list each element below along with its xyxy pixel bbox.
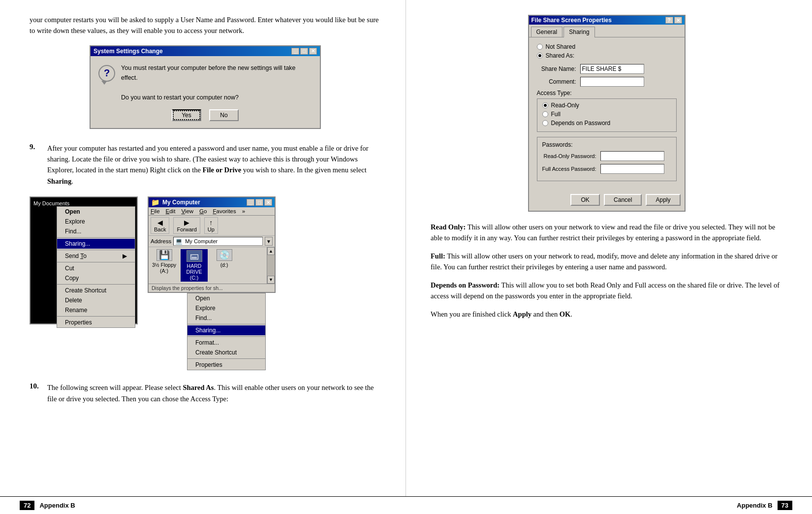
address-dropdown[interactable]: ▼ (265, 237, 273, 246)
floppy-drive[interactable]: 💾 3½ Floppy (A:) (151, 249, 178, 282)
full-bold: Full: (431, 252, 445, 260)
back-icon: ◀ (157, 219, 163, 226)
ctx-find[interactable]: Find... (57, 226, 135, 236)
read-only-label: Read-Only (551, 102, 579, 109)
fs-title: File Share Screen Properties (531, 17, 612, 24)
shared-as-label: Shared As: (546, 52, 575, 59)
full-access-password-input[interactable] (600, 164, 664, 174)
ctx-create-shortcut[interactable]: Create Shortcut (57, 286, 135, 295)
fs-titlebar-controls: ? ✕ (665, 17, 682, 24)
step10-text1: The following screen will appear. Please… (47, 384, 183, 391)
my-computer-window: 📁 My Computer _ □ ✕ File Edit View (148, 196, 276, 293)
full-radio[interactable] (542, 111, 548, 117)
dialog-icon-area: ? (98, 63, 115, 102)
rctx-open[interactable]: Open (187, 293, 265, 303)
mycomp-minimize[interactable]: _ (247, 199, 254, 206)
toolbar-back[interactable]: ◀ Back (151, 217, 169, 234)
share-type-group: Not Shared Shared As: (537, 43, 677, 59)
dialog-message: You must restart your computer before th… (121, 63, 312, 102)
ctx-explore[interactable]: Explore (57, 217, 135, 226)
mycomputer-title: My Computer (162, 199, 200, 206)
step9-body: After your computer has restarted and yo… (47, 143, 381, 187)
toolbar-forward[interactable]: ▶ Forward (173, 217, 200, 234)
address-value: My Computer (184, 238, 219, 245)
mycomputer-folder-icon: 📁 (151, 198, 159, 206)
toolbar-up[interactable]: ↑ Up (204, 217, 218, 234)
scroll-up-btn[interactable]: ▲ (267, 247, 275, 255)
tab-general[interactable]: General (531, 27, 563, 37)
mycomputer-toolbar: ◀ Back ▶ Forward ↑ Up (149, 216, 275, 236)
context-menus-area: My Documents Open Explore Find... Sharin… (30, 196, 381, 370)
rctx-create-shortcut[interactable]: Create Shortcut (187, 348, 265, 357)
context-menu-left: Open Explore Find... Sharing... Send To … (57, 206, 135, 328)
no-button[interactable]: No (209, 109, 239, 121)
cd-drive[interactable]: 💿 (d:) (211, 249, 238, 282)
ctx-sendto[interactable]: Send To ▶ (57, 251, 135, 261)
folder-label: My Documents (33, 200, 69, 206)
mycomp-maximize[interactable]: □ (255, 199, 263, 206)
menu-file[interactable]: File (151, 208, 160, 214)
not-shared-label: Not Shared (546, 43, 576, 50)
closing-text: When you are finished click Apply and th… (431, 309, 782, 320)
comment-row: Comment: (537, 77, 677, 87)
fs-help-btn[interactable]: ? (665, 17, 673, 24)
footer-left: 72 Appendix B (20, 501, 75, 510)
close-button[interactable]: ✕ (309, 48, 317, 55)
maximize-button[interactable]: □ (300, 48, 308, 55)
rctx-sharing[interactable]: Sharing... (187, 325, 265, 335)
menu-favorites[interactable]: Favorites (213, 208, 236, 214)
minimize-button[interactable]: _ (291, 48, 299, 55)
menu-view[interactable]: View (181, 208, 193, 214)
ok-button[interactable]: OK (570, 194, 600, 206)
address-field[interactable]: 💻 My Computer (173, 237, 263, 246)
comment-input[interactable] (580, 77, 644, 87)
menu-edit[interactable]: Edit (166, 208, 176, 214)
tab-sharing[interactable]: Sharing (563, 27, 594, 37)
depends-bold: Depends on Password: (431, 281, 500, 289)
read-only-password-input[interactable] (600, 151, 664, 161)
address-computer-icon: 💻 (174, 237, 184, 245)
fs-close-btn[interactable]: ✕ (674, 17, 682, 24)
access-type-label: Access Type: (537, 90, 677, 96)
system-dialog-titlebar: System Settings Change _ □ ✕ (91, 46, 320, 56)
ctx-delete[interactable]: Delete (57, 295, 135, 305)
rctx-find[interactable]: Find... (187, 313, 265, 323)
shared-as-radio[interactable] (537, 53, 543, 59)
dialog-body: ? You must restart your computer before … (91, 56, 320, 109)
ctx-copy[interactable]: Copy (57, 273, 135, 283)
depends-description: Depends on Password: This will allow you… (431, 280, 782, 302)
mycomp-close[interactable]: ✕ (264, 199, 272, 206)
rctx-properties[interactable]: Properties (187, 360, 265, 370)
yes-button[interactable]: Yes (172, 109, 201, 121)
not-shared-radio[interactable] (537, 44, 543, 50)
right-page: File Share Screen Properties ? ✕ General… (406, 0, 812, 496)
apply-button[interactable]: Apply (646, 194, 680, 206)
footer: 72 Appendix B Appendix B 73 (0, 496, 812, 514)
ctx-properties[interactable]: Properties (57, 318, 135, 327)
address-bar: Address 💻 My Computer ▼ (149, 236, 275, 247)
full-label: Full (551, 111, 561, 118)
ctx-open[interactable]: Open (57, 207, 135, 217)
hdd-drive[interactable]: 🖴 HARD DRIVE (C:) (181, 249, 208, 282)
read-only-radio[interactable] (542, 102, 548, 108)
forward-label: Forward (177, 226, 196, 232)
question-mark-icon: ? (98, 65, 115, 82)
scroll-down-btn[interactable]: ▼ (267, 276, 275, 284)
share-name-input[interactable] (580, 64, 644, 74)
rctx-format[interactable]: Format... (187, 338, 265, 348)
rctx-explore[interactable]: Explore (187, 303, 265, 313)
mycomputer-title-area: 📁 My Computer (151, 198, 200, 206)
cancel-button[interactable]: Cancel (604, 194, 642, 206)
folder-context-area: My Documents Open Explore Find... Sharin… (30, 196, 138, 329)
menu-more[interactable]: » (242, 208, 245, 214)
footer-right: Appendix B 73 (737, 501, 792, 510)
depends-radio[interactable] (542, 120, 548, 126)
ctx-rename[interactable]: Rename (57, 305, 135, 315)
full-row: Full (542, 111, 671, 118)
not-shared-row: Not Shared (537, 43, 677, 50)
ctx-sharing[interactable]: Sharing... (57, 239, 135, 249)
menu-go[interactable]: Go (199, 208, 207, 214)
comment-label: Comment: (537, 78, 576, 85)
ctx-cut[interactable]: Cut (57, 263, 135, 273)
step9-text2: you wish to share. In the given menu sel… (241, 166, 367, 174)
